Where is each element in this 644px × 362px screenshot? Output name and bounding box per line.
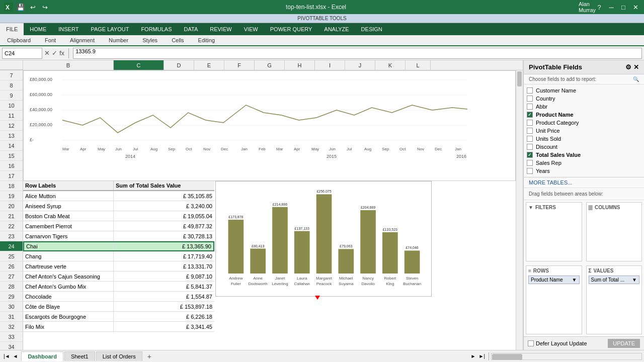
formula-cancel-icon[interactable]: ✕ <box>44 49 50 57</box>
col-header-e[interactable]: E <box>194 60 224 70</box>
field-country-checkbox[interactable] <box>527 96 533 102</box>
col-header-i[interactable]: I <box>315 60 345 70</box>
field-abbr[interactable]: Abbr <box>527 103 641 111</box>
row-header-24[interactable]: 24 <box>0 241 23 251</box>
pivot-row[interactable]: Filo Mix£ 3,341.45 <box>23 322 214 332</box>
quick-access-save[interactable]: 💾 <box>16 3 25 12</box>
sheet-nav-first[interactable]: |◄ <box>2 353 12 359</box>
pivot-columns-area[interactable]: ||| COLUMNS <box>586 202 642 261</box>
pivot-row[interactable]: Boston Crab Meat£ 19,055.04 <box>23 211 214 221</box>
row-header-16[interactable]: 16 <box>0 161 23 171</box>
row-header-34[interactable]: 34 <box>0 342 23 350</box>
col-header-h[interactable]: H <box>285 60 315 70</box>
field-total-sales[interactable]: ✓ Total Sales Value <box>527 151 641 159</box>
pivot-row[interactable]: Chef Anton's Gumbo Mix£ 5,841.37 <box>23 282 214 292</box>
tab-page-layout[interactable]: PAGE LAYOUT <box>85 23 135 35</box>
row-header-21[interactable]: 21 <box>0 211 23 221</box>
formula-insert-icon[interactable]: fx <box>59 49 64 57</box>
sheet-tab-sheet1[interactable]: Sheet1 <box>64 351 95 361</box>
row-header-9[interactable]: 9 <box>0 90 23 101</box>
row-header-20[interactable]: 20 <box>0 201 23 211</box>
quick-access-undo[interactable]: ↩ <box>28 3 37 12</box>
field-sales-rep-checkbox[interactable] <box>527 160 533 166</box>
row-header-12[interactable]: 12 <box>0 121 23 131</box>
formula-input[interactable]: 13365.9 <box>73 48 642 59</box>
tab-home[interactable]: HOME <box>24 23 52 35</box>
field-abbr-checkbox[interactable] <box>527 104 533 110</box>
row-header-11[interactable]: 11 <box>0 111 23 121</box>
quick-access-redo[interactable]: ↪ <box>40 3 49 12</box>
pivot-search-icon[interactable]: 🔍 <box>633 76 639 82</box>
pivot-row[interactable]: Aniseed Syrup£ 3,240.00 <box>23 201 214 211</box>
pivot-table[interactable]: Row Labels Sum of Total Sales Value Alic… <box>23 181 214 332</box>
field-customer-name[interactable]: Customer Name <box>527 86 641 95</box>
field-unit-price-checkbox[interactable] <box>527 128 533 134</box>
field-product-name[interactable]: ✓ Product Name <box>527 111 641 119</box>
pivot-rows-dropdown-icon[interactable]: ▼ <box>572 277 577 283</box>
pivot-filters-area[interactable]: ▼ FILTERS <box>526 202 582 261</box>
close-icon[interactable]: ✕ <box>631 3 640 12</box>
row-header-17[interactable]: 17 <box>0 171 23 181</box>
field-product-category[interactable]: Product Category <box>527 119 641 127</box>
row-header-18[interactable]: 18 <box>0 181 23 191</box>
pivot-row[interactable]: Chartreuse verte£ 13,331.70 <box>23 261 214 272</box>
field-units-sold-checkbox[interactable] <box>527 136 533 142</box>
pivot-row[interactable]: Chef Anton's Cajun Seasoning£ 9,087.10 <box>23 272 214 282</box>
tab-view[interactable]: VIEW <box>238 23 264 35</box>
field-years[interactable]: Years <box>527 167 641 175</box>
row-header-10[interactable]: 10 <box>0 101 23 111</box>
help-icon[interactable]: ? <box>595 3 604 12</box>
maximize-icon[interactable]: □ <box>619 3 628 12</box>
pivot-row[interactable]: Alice Mutton£ 35,105.85 <box>23 191 214 201</box>
row-header-33[interactable]: 33 <box>0 332 23 342</box>
name-box[interactable]: C24 <box>2 48 42 59</box>
ribbon-number[interactable]: Number <box>106 36 131 44</box>
tab-design[interactable]: DESIGN <box>355 23 388 35</box>
formula-confirm-icon[interactable]: ✓ <box>52 49 57 57</box>
field-discount[interactable]: Discount <box>527 143 641 151</box>
row-header-29[interactable]: 29 <box>0 292 23 302</box>
window-controls-left[interactable]: X 💾 ↩ ↪ <box>4 3 49 12</box>
formula-icons[interactable]: ✕ ✓ fx <box>44 49 64 57</box>
pivot-values-dropdown-icon[interactable]: ▼ <box>632 277 637 283</box>
col-header-f[interactable]: F <box>224 60 255 70</box>
row-header-15[interactable]: 15 <box>0 151 23 161</box>
row-header-28[interactable]: 28 <box>0 282 23 292</box>
pivot-row[interactable]: Chang£ 17,719.40 <box>23 251 214 261</box>
pivot-settings-icon[interactable]: ⚙ <box>625 63 631 71</box>
defer-checkbox-area[interactable]: Defer Layout Update <box>528 340 587 346</box>
row-header-13[interactable]: 13 <box>0 131 23 141</box>
col-header-c[interactable]: C <box>114 60 164 70</box>
ribbon-clipboard[interactable]: Clipboard <box>4 36 34 44</box>
ribbon-styles[interactable]: Styles <box>139 36 160 44</box>
spreadsheet[interactable]: B C D E F G H I J K L 789101112131415161… <box>0 60 523 350</box>
tab-file[interactable]: FILE <box>0 23 24 35</box>
h-scrollbar-thumb[interactable] <box>492 354 522 360</box>
sheet-tab-dashboard[interactable]: Dashboard <box>21 351 63 361</box>
col-header-k[interactable]: K <box>375 60 406 70</box>
window-controls-right[interactable]: Alan Murray ? ─ □ ✕ <box>583 3 640 12</box>
field-country[interactable]: Country <box>527 95 641 103</box>
sheet-tab-add-button[interactable]: + <box>143 351 155 362</box>
tab-power-query[interactable]: POWER QUERY <box>264 23 318 35</box>
ribbon-cells[interactable]: Cells <box>169 36 187 44</box>
ribbon-font[interactable]: Font <box>42 36 59 44</box>
row-header-30[interactable]: 30 <box>0 302 23 312</box>
field-units-sold[interactable]: Units Sold <box>527 135 641 143</box>
field-unit-price[interactable]: Unit Price <box>527 127 641 135</box>
col-header-j[interactable]: J <box>345 60 375 70</box>
cells-area[interactable]: £80,000.00 £60,000.00 £40,000.00 £20,000… <box>23 70 516 350</box>
pivot-row[interactable]: Camembert Pierrot£ 49,877.32 <box>23 221 214 231</box>
tab-analyze[interactable]: ANALYZE <box>318 23 355 35</box>
pivot-row[interactable]: Carnarvon Tigers£ 30,728.13 <box>23 231 214 241</box>
tab-formulas[interactable]: FORMULAS <box>135 23 178 35</box>
horizontal-scrollbar[interactable] <box>491 353 642 360</box>
col-header-d[interactable]: D <box>164 60 194 70</box>
ribbon-editing[interactable]: Editing <box>195 36 218 44</box>
col-header-g[interactable]: G <box>255 60 285 70</box>
pivot-row[interactable]: Chocolade£ 1,554.87 <box>23 292 214 302</box>
pivot-values-area[interactable]: Σ VALUES Sum of Total ... ▼ <box>586 265 642 334</box>
tab-review[interactable]: REVIEW <box>204 23 237 35</box>
row-header-19[interactable]: 19 <box>0 191 23 201</box>
sheet-nav-left[interactable]: |◄ ◄ <box>0 353 21 359</box>
